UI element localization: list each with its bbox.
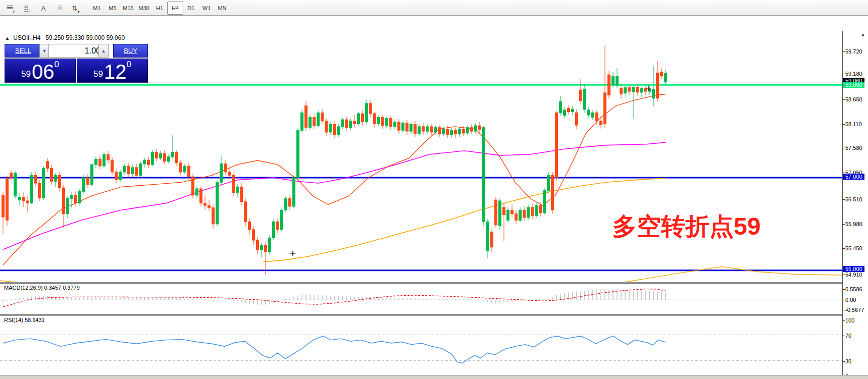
- axis-tick-mark: [842, 173, 845, 173]
- price-tick-label: 59.180: [845, 71, 862, 77]
- macd-indicator-label: MACD(12,26,9) 0.3457 0.3779: [4, 285, 80, 291]
- axis-tick-mark: [842, 320, 845, 321]
- price-tick-label: 59.720: [845, 48, 862, 55]
- draw-arrows-icon[interactable]: ⇅▾: [69, 2, 83, 15]
- timeframe-button-h1[interactable]: H1: [151, 2, 168, 15]
- axis-tick-mark: [842, 275, 845, 275]
- axis-tick-mark: [842, 124, 845, 125]
- text-a-icon[interactable]: A: [36, 2, 50, 15]
- top-toolbar: 𝍢E⣿FA⌸⇅▾M1M5M15M30H1H4D1W1MN: [0, 0, 868, 16]
- scroll-corner-icon[interactable]: ▲: [861, 32, 865, 37]
- chart-window: ▲ USOil-,H4 59.250 59.330 59.000 59.060 …: [0, 16, 868, 374]
- axis-tick-mark: [842, 99, 845, 100]
- price-axis-line: [842, 31, 843, 379]
- main-chart-canvas[interactable]: [0, 31, 842, 282]
- axis-tick-mark: [842, 289, 845, 290]
- macd-panel-canvas[interactable]: [0, 284, 842, 314]
- axis-tick-mark: [842, 310, 845, 310]
- timeframe-button-m15[interactable]: M15: [120, 2, 136, 15]
- price-tick-label: 58.110: [845, 121, 862, 127]
- axis-tick-mark: [842, 336, 845, 336]
- timeframe-button-m5[interactable]: M5: [105, 2, 121, 15]
- axis-tick-mark: [842, 148, 845, 148]
- indicators-candles-icon[interactable]: 𝍢E: [4, 2, 18, 15]
- grid-points-icon[interactable]: ⣿F: [20, 2, 34, 15]
- timeframe-button-mn[interactable]: MN: [214, 2, 230, 15]
- price-tick-label: 55.980: [845, 221, 862, 227]
- rsi-panel-canvas[interactable]: [0, 316, 842, 379]
- rsi-tick-label: 70: [845, 333, 851, 339]
- panel-separator[interactable]: [0, 314, 842, 315]
- price-tick-label: 56.510: [845, 196, 862, 202]
- status-strip: [0, 375, 868, 379]
- toolbar-separator: [86, 2, 86, 13]
- axis-tick-mark: [842, 74, 845, 74]
- price-badge-57.000: 57.000: [843, 174, 864, 180]
- macd-tick-label: 0.5586: [845, 286, 862, 292]
- timeframe-button-w1[interactable]: W1: [198, 2, 215, 15]
- macd-tick-label: 0.00: [845, 297, 856, 303]
- timeframe-button-m30[interactable]: M30: [136, 2, 152, 15]
- axis-tick-mark: [842, 248, 845, 249]
- timeframe-button-m1[interactable]: M1: [89, 2, 105, 15]
- timeframe-button-d1[interactable]: D1: [183, 2, 199, 15]
- price-badge-59.000: 59.000: [843, 82, 864, 88]
- macd-tick-label: -0.5677: [845, 307, 864, 313]
- axis-tick-mark: [842, 199, 845, 200]
- axis-tick-mark: [842, 51, 845, 52]
- rsi-indicator-label: RSI(14) 58.6431: [4, 317, 45, 323]
- price-tick-label: 58.650: [845, 96, 862, 102]
- label-t-icon[interactable]: ⌸: [53, 2, 67, 15]
- timeframe-button-h4[interactable]: H4: [167, 2, 183, 15]
- rsi-tick-label: 30: [845, 358, 851, 364]
- price-badge-55.000: 55.000: [843, 266, 864, 272]
- price-tick-label: 55.450: [845, 245, 862, 251]
- price-tick-label: 54.910: [845, 272, 862, 278]
- panel-separator[interactable]: [0, 282, 842, 283]
- price-tick-label: 57.580: [845, 145, 862, 151]
- axis-tick-mark: [842, 361, 845, 362]
- axis-tick-mark: [842, 300, 845, 300]
- axis-tick-mark: [842, 224, 845, 225]
- rsi-tick-label: 100: [845, 317, 854, 323]
- chinese-annotation-text: 多空转折点59: [612, 210, 760, 243]
